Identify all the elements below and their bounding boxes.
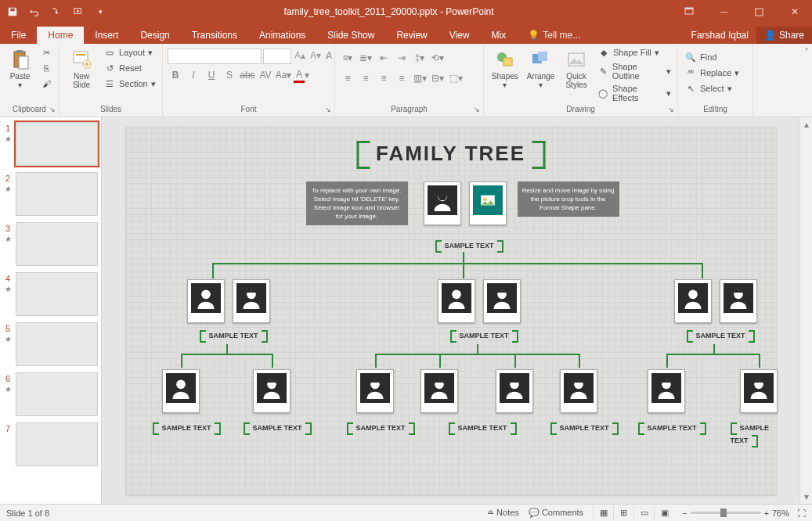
hint-right[interactable]: Resize and move image by using the pictu…	[518, 181, 619, 217]
change-case-button[interactable]: Aa▾	[276, 67, 291, 83]
shape-effects-button[interactable]: ◯Shape Effects ▾	[596, 83, 673, 103]
numbering-button[interactable]: ≣▾	[358, 50, 374, 66]
section-button[interactable]: ☰Section ▾	[102, 77, 157, 91]
zoom-slider[interactable]	[691, 512, 761, 514]
font-launcher-icon[interactable]: ↘	[325, 106, 331, 113]
tab-animations[interactable]: Animations	[248, 27, 316, 44]
justify-button[interactable]: ≡	[394, 70, 410, 86]
align-text-button[interactable]: ⊟▾	[430, 70, 446, 86]
save-icon[interactable]	[6, 5, 19, 18]
zoom-level[interactable]: 76%	[772, 508, 789, 518]
font-color-button[interactable]: A▾	[294, 67, 309, 83]
portrait-placeholder[interactable]	[469, 181, 507, 225]
thumbnail-1[interactable]: 1★	[3, 122, 98, 166]
tab-design[interactable]: Design	[129, 27, 180, 44]
clear-format-icon[interactable]: A̷	[324, 49, 334, 64]
portrait[interactable]	[438, 279, 475, 323]
portrait[interactable]	[233, 279, 270, 323]
tab-file[interactable]: File	[0, 27, 37, 44]
collapse-ribbon-icon[interactable]: ˄	[804, 47, 809, 58]
slideshow-view-icon[interactable]: ▣	[654, 506, 674, 520]
portrait[interactable]	[424, 181, 461, 225]
increase-indent-button[interactable]: ⇥	[394, 50, 410, 66]
smartart-button[interactable]: ⬚▾	[448, 70, 464, 86]
tab-view[interactable]: View	[438, 27, 481, 44]
quick-styles-button[interactable]: Quick Styles	[560, 45, 593, 89]
align-right-button[interactable]: ≡	[376, 70, 392, 86]
text-direction-button[interactable]: ⟲▾	[430, 50, 446, 66]
arrange-button[interactable]: Arrange▾	[525, 45, 558, 89]
thumbnail-5[interactable]: 5★	[3, 322, 98, 366]
sample-label[interactable]: SAMPLE TEXT	[638, 422, 706, 435]
underline-button[interactable]: U	[204, 67, 219, 83]
portrait[interactable]	[162, 369, 200, 413]
close-icon[interactable]: ✕	[777, 0, 812, 23]
user-name[interactable]: Farshad Iqbal	[684, 27, 756, 44]
tab-insert[interactable]: Insert	[84, 27, 129, 44]
font-size-combo[interactable]	[263, 49, 291, 64]
thumbnail-2[interactable]: 2★	[3, 172, 98, 216]
slide-counter[interactable]: Slide 1 of 8	[6, 508, 49, 518]
undo-icon[interactable]	[28, 5, 41, 18]
portrait[interactable]	[674, 279, 712, 323]
thumbnail-6[interactable]: 6★	[3, 372, 98, 416]
vertical-scrollbar[interactable]: ▴▾	[799, 117, 812, 504]
tab-review[interactable]: Review	[385, 27, 438, 44]
sample-label[interactable]: SAMPLE TEXT	[687, 330, 755, 343]
line-spacing-button[interactable]: ‡▾	[412, 50, 428, 66]
sample-label[interactable]: SAMPLE TEXT	[450, 330, 518, 343]
sample-label[interactable]: SAMPLE TEXT	[435, 240, 503, 253]
reset-button[interactable]: ↺Reset	[102, 61, 157, 75]
portrait[interactable]	[483, 279, 521, 323]
portrait[interactable]	[560, 369, 597, 413]
sample-label[interactable]: SAMPLE TEXT	[153, 422, 221, 435]
scroll-down-icon[interactable]: ▾	[804, 491, 809, 502]
char-spacing-button[interactable]: AV	[258, 67, 273, 83]
share-button[interactable]: 👤Share	[756, 27, 812, 44]
paragraph-launcher-icon[interactable]: ↘	[474, 106, 480, 113]
select-button[interactable]: ↖Select ▾	[683, 81, 741, 95]
strikethrough-button[interactable]: abc	[240, 67, 255, 83]
sample-label[interactable]: SAMPLE TEXT	[347, 422, 415, 435]
zoom-out-button[interactable]: −	[682, 508, 687, 518]
sample-label[interactable]: SAMPLE TEXT	[200, 330, 268, 343]
thumbnail-3[interactable]: 3★	[3, 222, 98, 266]
tab-transitions[interactable]: Transitions	[181, 27, 248, 44]
shadow-button[interactable]: S	[222, 67, 237, 83]
decrease-font-icon[interactable]: A▾	[309, 49, 323, 64]
reading-view-icon[interactable]: ▭	[633, 506, 654, 520]
paste-button[interactable]: Paste▾	[5, 45, 35, 89]
format-painter-button[interactable]: 🖌	[38, 77, 54, 91]
notes-button[interactable]: ≐ Notes	[487, 508, 519, 518]
portrait[interactable]	[356, 369, 394, 413]
tab-home[interactable]: Home	[37, 27, 84, 44]
shapes-button[interactable]: Shapes▾	[489, 45, 521, 89]
redo-icon[interactable]	[50, 5, 63, 18]
portrait[interactable]	[187, 279, 225, 323]
portrait[interactable]	[253, 369, 291, 413]
sample-label[interactable]: SAMPLE TEXT	[731, 422, 776, 447]
new-slide-button[interactable]: New Slide	[64, 45, 99, 89]
clipboard-launcher-icon[interactable]: ↘	[49, 106, 56, 113]
layout-button[interactable]: ▭Layout ▾	[102, 45, 157, 59]
thumbnail-4[interactable]: 4★	[3, 272, 98, 316]
portrait[interactable]	[720, 279, 757, 323]
sample-label[interactable]: SAMPLE TEXT	[449, 422, 517, 435]
slide-title[interactable]: FAMILY TREE	[356, 141, 545, 169]
replace-button[interactable]: ᵃᵇReplace ▾	[683, 66, 741, 80]
find-button[interactable]: 🔍Find	[683, 50, 741, 64]
thumbnail-7[interactable]: 7	[3, 422, 98, 466]
shape-outline-button[interactable]: ✎Shape Outline ▾	[596, 61, 673, 81]
italic-button[interactable]: I	[186, 67, 201, 83]
ribbon-options-icon[interactable]	[671, 0, 706, 23]
sample-label[interactable]: SAMPLE TEXT	[550, 422, 619, 435]
sorter-view-icon[interactable]: ⊞	[613, 506, 633, 520]
bold-button[interactable]: B	[168, 67, 183, 83]
cut-button[interactable]: ✂	[38, 45, 54, 59]
portrait[interactable]	[496, 369, 533, 413]
tab-mix[interactable]: Mix	[481, 27, 518, 44]
portrait[interactable]	[648, 369, 685, 413]
fit-to-window-icon[interactable]: ⛶	[797, 508, 806, 518]
columns-button[interactable]: ▥▾	[412, 70, 428, 86]
slide-canvas[interactable]: FAMILY TREE To replace with your own ima…	[126, 127, 776, 494]
